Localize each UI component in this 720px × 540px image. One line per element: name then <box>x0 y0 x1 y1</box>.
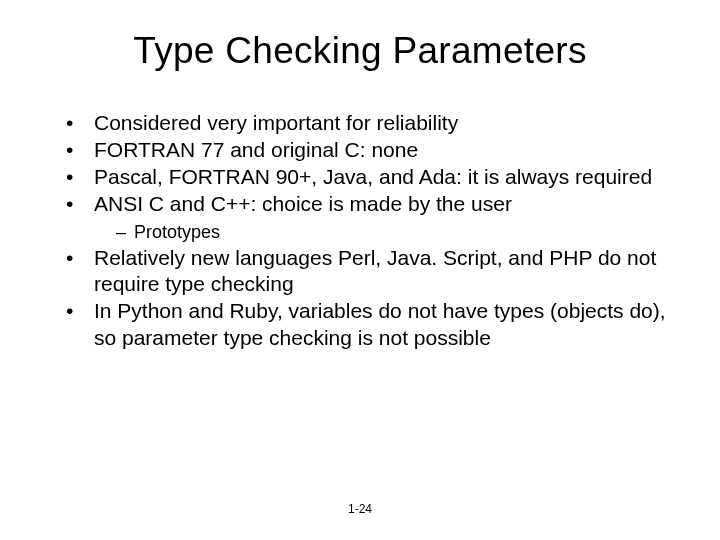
bullet-item: ANSI C and C++: choice is made by the us… <box>76 191 672 244</box>
bullet-text: In Python and Ruby, variables do not hav… <box>94 299 666 349</box>
bullet-text: Considered very important for reliabilit… <box>94 111 458 134</box>
bullet-text: Pascal, FORTRAN 90+, Java, and Ada: it i… <box>94 165 652 188</box>
slide-number: 1-24 <box>0 502 720 516</box>
slide-content: Considered very important for reliabilit… <box>48 110 672 352</box>
bullet-text: ANSI C and C++: choice is made by the us… <box>94 192 512 215</box>
bullet-text: Relatively new languages Perl, Java. Scr… <box>94 246 656 296</box>
sub-bullet-text: Prototypes <box>134 222 220 242</box>
sub-bullet-list: Prototypes <box>94 221 672 244</box>
bullet-item: FORTRAN 77 and original C: none <box>76 137 672 164</box>
bullet-item: Considered very important for reliabilit… <box>76 110 672 137</box>
bullet-item: Pascal, FORTRAN 90+, Java, and Ada: it i… <box>76 164 672 191</box>
bullet-text: FORTRAN 77 and original C: none <box>94 138 418 161</box>
bullet-list: Considered very important for reliabilit… <box>48 110 672 352</box>
bullet-item: In Python and Ruby, variables do not hav… <box>76 298 672 352</box>
sub-bullet-item: Prototypes <box>116 221 672 244</box>
slide-title: Type Checking Parameters <box>48 30 672 72</box>
bullet-item: Relatively new languages Perl, Java. Scr… <box>76 245 672 299</box>
